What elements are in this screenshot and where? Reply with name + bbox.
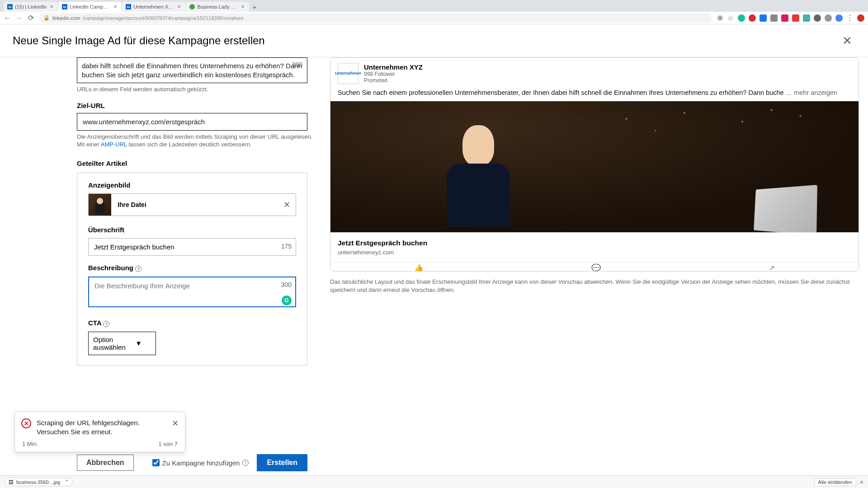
headline-input[interactable] xyxy=(88,238,296,256)
preview-social-actions: 👍 💬 ↗ xyxy=(330,262,859,271)
url-input[interactable]: 🔒 linkedin.com/campaignmanager/account/5… xyxy=(39,13,712,23)
preview-hero-image xyxy=(330,101,859,232)
browser-tab[interactable]: Business Lady Woman - Free × xyxy=(186,2,249,12)
shared-article-label: Geteilter Artikel xyxy=(77,160,313,167)
browser-tab[interactable]: in LinkedIn Campaign Manager × xyxy=(58,2,122,12)
reload-button[interactable]: ⟳ xyxy=(27,14,34,22)
linkedin-favicon: in xyxy=(126,4,131,9)
preview-disclaimer: Das tatsächliche Layout und das finale E… xyxy=(330,278,859,294)
ext-icon[interactable] xyxy=(760,14,767,22)
preview-body-text: Suchen Sie nach einem professionellen Un… xyxy=(330,87,859,101)
record-icon[interactable] xyxy=(857,14,864,22)
close-icon[interactable]: × xyxy=(240,4,245,9)
error-toast: ✕ Scraping der URL fehlgeschlagen. Versu… xyxy=(14,412,185,452)
like-icon: 👍 xyxy=(414,263,424,271)
browser-tab-strip: in (15) | LinkedIn × in LinkedIn Campaig… xyxy=(0,0,868,12)
cta-label: CTA ? xyxy=(88,319,296,327)
follower-count: 999 Follower xyxy=(364,71,423,77)
zoom-icon[interactable]: ⊕ xyxy=(716,14,723,22)
dialog-body: dabei hilft schnell die Einnahmen Ihres … xyxy=(0,57,868,477)
linkedin-favicon: in xyxy=(7,4,13,9)
ad-preview-card: Unternehmen Unternehmen XYZ 999 Follower… xyxy=(330,57,859,272)
ad-image-label: Anzeigenbild xyxy=(88,181,296,189)
url-path: /campaignmanager/account/508376374/campa… xyxy=(83,15,243,21)
promoted-label: Promoted xyxy=(364,77,423,84)
back-button[interactable]: ← xyxy=(4,14,11,22)
menu-icon[interactable]: ⋮ xyxy=(846,14,854,22)
shared-article-box: Anzeigenbild Ihre Datei ✕ Überschrift 17… xyxy=(77,173,307,366)
error-icon: ✕ xyxy=(21,418,31,428)
company-logo: Unternehmen xyxy=(338,63,359,84)
amp-url-link[interactable]: AMP-URL xyxy=(101,141,127,148)
ext-icon[interactable] xyxy=(792,14,799,22)
close-toast-button[interactable]: ✕ xyxy=(172,418,179,428)
pixabay-favicon xyxy=(189,4,195,9)
ext-icon[interactable] xyxy=(770,14,778,22)
toast-count: 1 von 7 xyxy=(158,441,178,447)
add-to-campaign-label: Zu Kampagne hinzufügen xyxy=(162,459,240,467)
target-url-label: Ziel-URL xyxy=(77,102,313,109)
close-dialog-button[interactable]: ✕ xyxy=(839,33,855,49)
preview-domain: unternehmenxyz.com xyxy=(338,249,851,256)
tab-title: Business Lady Woman - Free xyxy=(197,4,238,9)
toast-message: Scraping der URL fehlgeschlagen. Versuch… xyxy=(37,418,166,436)
tab-title: Unternehmen XYZ: Administra xyxy=(133,4,174,9)
dialog-header: Neue Single Image Ad für diese Kampagne … xyxy=(0,24,868,57)
target-url-hint: Die Anzeigenüberschrift und das Bild wer… xyxy=(77,133,313,149)
preview-panel: Unternehmen Unternehmen XYZ 999 Follower… xyxy=(326,57,868,477)
forward-button[interactable]: → xyxy=(15,14,23,22)
image-file-label: Ihre Datei xyxy=(111,201,278,208)
char-counter: 390 xyxy=(292,61,302,69)
cta-value: Option auswählen xyxy=(93,336,132,351)
ext-icon[interactable] xyxy=(749,14,756,22)
close-icon[interactable]: × xyxy=(113,4,118,9)
char-counter: 300 xyxy=(281,281,292,288)
headline-label: Überschrift xyxy=(88,226,296,234)
create-button[interactable]: Erstellen xyxy=(257,454,307,471)
image-picker: Ihre Datei ✕ xyxy=(88,193,296,216)
grammarly-icon[interactable]: G xyxy=(282,296,292,305)
toast-time: 1 Min. xyxy=(22,441,38,447)
image-thumbnail xyxy=(89,193,111,216)
remove-image-button[interactable]: ✕ xyxy=(278,200,296,210)
target-url-input[interactable] xyxy=(77,113,307,131)
close-icon[interactable]: × xyxy=(176,4,182,9)
new-tab-button[interactable]: + xyxy=(250,2,259,12)
browser-tab[interactable]: in (15) | LinkedIn × xyxy=(4,2,58,12)
extension-icons: ⊕ ☆ ⋮ xyxy=(716,14,864,22)
company-name: Unternehmen XYZ xyxy=(364,63,423,71)
add-to-campaign-checkbox[interactable] xyxy=(152,459,160,466)
intro-text-input[interactable]: dabei hilft schnell die Einnahmen Ihres … xyxy=(77,57,307,83)
ext-icon[interactable] xyxy=(825,14,832,22)
comment-icon: 💬 xyxy=(591,263,601,271)
close-icon[interactable]: × xyxy=(49,4,54,9)
cancel-button[interactable]: Abbrechen xyxy=(77,455,134,471)
browser-tab[interactable]: in Unternehmen XYZ: Administra × xyxy=(122,2,185,12)
star-icon[interactable]: ☆ xyxy=(727,14,734,22)
intro-hint: URLs in diesem Feld werden automatisch g… xyxy=(77,86,313,94)
char-counter: 175 xyxy=(281,243,292,250)
ext-icon[interactable] xyxy=(814,14,821,22)
ext-icon[interactable] xyxy=(781,14,788,22)
tab-title: (15) | LinkedIn xyxy=(15,4,47,9)
ext-icon[interactable] xyxy=(803,14,810,22)
preview-headline: Jetzt Erstgespräch buchen xyxy=(338,239,851,247)
lock-icon: 🔒 xyxy=(43,15,50,21)
chevron-down-icon: ▼ xyxy=(135,339,142,347)
intro-text-value: dabei hilft schnell die Einnahmen Ihres … xyxy=(82,62,302,79)
help-icon[interactable]: ? xyxy=(242,460,249,466)
url-host: linkedin.com xyxy=(52,15,80,21)
form-panel: dabei hilft schnell die Einnahmen Ihres … xyxy=(0,57,326,477)
download-bar: 🖼 business-3560…jpg ⌃ Alle einblenden × xyxy=(0,475,868,477)
help-icon[interactable]: ? xyxy=(135,266,142,272)
more-link[interactable]: … mehr anzeigen xyxy=(784,89,837,96)
description-label: Beschreibung ? xyxy=(88,264,296,272)
address-bar: ← → ⟳ 🔒 linkedin.com/campaignmanager/acc… xyxy=(0,12,868,24)
help-icon[interactable]: ? xyxy=(103,321,109,327)
ext-icon[interactable] xyxy=(738,14,745,22)
cta-select[interactable]: Option auswählen ▼ xyxy=(88,332,156,355)
avatar-icon[interactable] xyxy=(835,14,843,22)
footer-bar: Abbrechen Zu Kampagne hinzufügen ? Erste… xyxy=(77,450,307,477)
description-input[interactable] xyxy=(88,277,296,307)
linkedin-favicon: in xyxy=(62,4,67,9)
